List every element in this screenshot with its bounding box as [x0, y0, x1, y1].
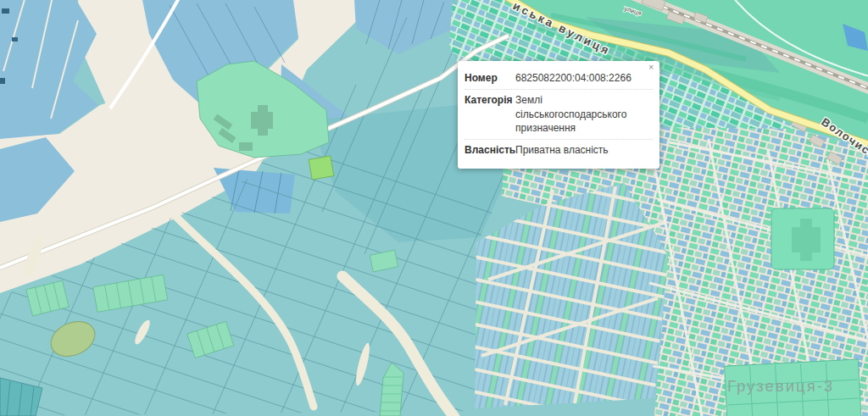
cadastral-map-viewer: иська вулиця Волочиськ улиця Грузевиця-3… [0, 0, 868, 416]
popup-row-category: Категорія Землі сільськогосподарського п… [465, 89, 653, 139]
settlement-label: Грузевиця-3 [727, 377, 834, 395]
popup-label: Власність [465, 143, 515, 158]
popup-row-number: Номер 6825082200:04:008:2266 [465, 68, 653, 89]
map-canvas[interactable]: иська вулиця Волочиськ улиця Грузевиця-3 [0, 0, 868, 416]
popup-value: Приватна власність [515, 143, 653, 158]
parcel-info-popup: × Номер 6825082200:04:008:2266 Категорія… [458, 61, 659, 169]
popup-label: Номер [465, 71, 515, 86]
popup-close-button[interactable]: × [648, 64, 654, 72]
popup-value: Землі сільськогосподарського призначення [515, 93, 653, 136]
popup-label: Категорія [465, 93, 515, 136]
popup-row-ownership: Власність Приватна власність [465, 139, 653, 161]
popup-value: 6825082200:04:008:2266 [515, 71, 653, 86]
